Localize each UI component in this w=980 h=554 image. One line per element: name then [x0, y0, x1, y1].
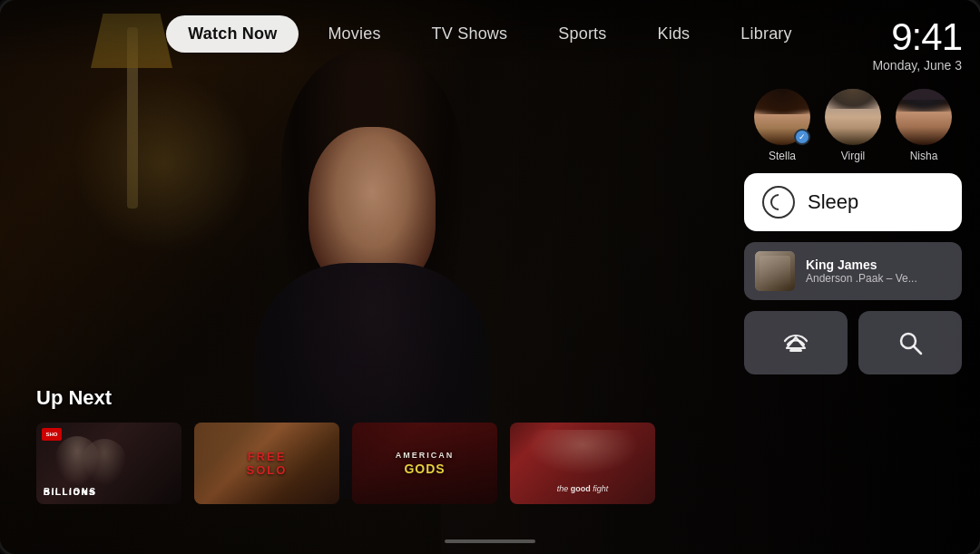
- avatar-wrapper-nisha: [896, 89, 952, 145]
- thumbnail-billions[interactable]: SHO BILLIONS BILLIONS: [36, 423, 181, 504]
- profile-name-virgil: Virgil: [841, 150, 865, 162]
- thumbnail-american-gods[interactable]: AMERICAN GODS: [352, 423, 497, 504]
- billions-title: BILLIONS: [44, 488, 96, 497]
- profile-nisha[interactable]: Nisha: [896, 89, 952, 162]
- tab-kids[interactable]: Kids: [635, 15, 711, 53]
- clock-area: 9:41 Monday, June 3: [744, 18, 962, 73]
- now-playing-artwork: [755, 251, 795, 291]
- up-next-section: Up Next SHO BILLIONS BILLIONS FRE: [36, 386, 735, 504]
- search-icon: [897, 329, 924, 356]
- sleep-label: Sleep: [808, 190, 858, 214]
- sleep-icon: [762, 186, 795, 219]
- action-buttons-row: [744, 311, 962, 374]
- thumbnail-free-solo[interactable]: FREE SOLO: [194, 423, 339, 504]
- tab-watch-now[interactable]: Watch Now: [166, 15, 299, 53]
- thumbnails-row: SHO BILLIONS BILLIONS FREE SOLO: [36, 423, 735, 504]
- profile-name-stella: Stella: [769, 150, 796, 162]
- svg-line-3: [914, 346, 921, 354]
- airplay-button[interactable]: [744, 311, 848, 374]
- fight-text: fight: [591, 484, 609, 493]
- right-panel: 9:41 Monday, June 3 ✓ Stella: [744, 18, 962, 374]
- device-frame: Watch Now Movies TV Shows Sports Kids Li…: [0, 0, 980, 554]
- avatar-virgil: [825, 89, 881, 145]
- nav-tabs: Watch Now Movies TV Shows Sports Kids Li…: [166, 15, 813, 53]
- good-text: good: [571, 484, 591, 493]
- scroll-indicator: [445, 539, 535, 543]
- avatar-nisha: [896, 89, 952, 145]
- american-text: AMERICAN: [396, 451, 455, 462]
- airplay-icon: [781, 328, 810, 357]
- now-playing-title: King James: [806, 258, 951, 272]
- billions-network-logo: SHO: [42, 428, 62, 441]
- sleep-button[interactable]: Sleep: [744, 173, 962, 231]
- avatar-wrapper-virgil: [825, 89, 881, 145]
- profile-virgil[interactable]: Virgil: [825, 89, 881, 162]
- thumbnail-good-fight[interactable]: the good fight: [510, 423, 655, 504]
- the-good-text: the: [557, 484, 571, 493]
- up-next-label: Up Next: [36, 386, 735, 410]
- tab-movies[interactable]: Movies: [306, 15, 402, 53]
- tab-sports[interactable]: Sports: [536, 15, 628, 53]
- search-button[interactable]: [858, 311, 962, 374]
- active-check-stella: ✓: [794, 129, 810, 145]
- gods-text: GODS: [396, 462, 455, 476]
- tab-tv-shows[interactable]: TV Shows: [410, 15, 530, 53]
- now-playing-info: King James Anderson .Paak – Ve...: [806, 258, 951, 285]
- solo-text: SOLO: [247, 463, 288, 477]
- now-playing-artist: Anderson .Paak – Ve...: [806, 272, 951, 285]
- avatar-wrapper-stella: ✓: [754, 89, 810, 145]
- free-text: FREE: [247, 450, 288, 463]
- billions-text: BILLIONS: [44, 488, 96, 497]
- now-playing-widget[interactable]: King James Anderson .Paak – Ve...: [744, 242, 962, 300]
- svg-rect-1: [789, 349, 802, 352]
- profile-name-nisha: Nisha: [910, 150, 938, 162]
- clock-time: 9:41: [744, 18, 962, 56]
- sleep-moon-icon: [769, 192, 789, 212]
- profile-stella[interactable]: ✓ Stella: [754, 89, 810, 162]
- profiles-row: ✓ Stella Virgil: [744, 89, 962, 162]
- clock-date: Monday, June 3: [744, 58, 962, 73]
